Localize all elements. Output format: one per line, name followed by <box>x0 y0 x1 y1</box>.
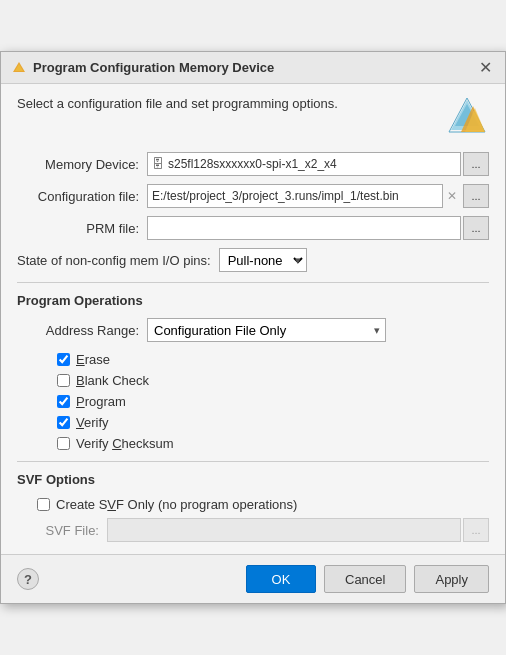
create-svf-checkbox-row: Create SVF Only (no program operations) <box>37 497 489 512</box>
erase-checkbox-row: Erase <box>57 352 489 367</box>
memory-device-label: Memory Device: <box>17 157 147 172</box>
program-operations-title: Program Operations <box>17 293 489 308</box>
verify-checksum-checkbox-row: Verify Checksum <box>57 436 489 451</box>
blank-check-checkbox[interactable] <box>57 374 70 387</box>
dialog-body: Select a configuration file and set prog… <box>1 84 505 554</box>
memory-device-browse-button[interactable]: ... <box>463 152 489 176</box>
config-file-input[interactable] <box>147 184 443 208</box>
program-checkbox-row: Program <box>57 394 489 409</box>
close-button[interactable]: ✕ <box>475 58 495 78</box>
state-select[interactable]: Pull-none Pull-up Pull-down <box>219 248 307 272</box>
prm-file-browse-button[interactable]: ... <box>463 216 489 240</box>
title-bar-left: Program Configuration Memory Device <box>11 60 274 76</box>
memory-device-input-group: 🗄 s25fl128sxxxxxx0-spi-x1_x2_x4 ... <box>147 152 489 176</box>
dialog-subtitle: Select a configuration file and set prog… <box>17 96 338 111</box>
create-svf-label[interactable]: Create SVF Only (no program operations) <box>56 497 297 512</box>
address-range-select[interactable]: Configuration File Only Entire Configura… <box>147 318 386 342</box>
program-operations-section: Program Operations Address Range: Config… <box>17 293 489 451</box>
program-label[interactable]: Program <box>76 394 126 409</box>
title-bar: Program Configuration Memory Device ✕ <box>1 52 505 84</box>
db-icon: 🗄 <box>152 157 164 171</box>
button-bar: ? OK Cancel Apply <box>1 554 505 603</box>
address-range-label: Address Range: <box>37 323 147 338</box>
verify-label[interactable]: Verify <box>76 415 109 430</box>
memory-device-value: s25fl128sxxxxxx0-spi-x1_x2_x4 <box>168 157 337 171</box>
svf-file-input <box>107 518 461 542</box>
svf-options-section: SVF Options Create SVF Only (no program … <box>17 472 489 542</box>
state-dropdown-wrapper: Pull-none Pull-up Pull-down <box>219 248 307 272</box>
prm-file-input[interactable] <box>147 216 461 240</box>
verify-checkbox[interactable] <box>57 416 70 429</box>
verify-checksum-checkbox[interactable] <box>57 437 70 450</box>
vivado-logo <box>445 96 489 140</box>
config-file-clear-button[interactable]: ✕ <box>443 184 461 208</box>
prm-file-input-group: ... <box>147 216 489 240</box>
svf-file-label: SVF File: <box>37 523 107 538</box>
state-label: State of non-config mem I/O pins: <box>17 253 219 268</box>
verify-checkbox-row: Verify <box>57 415 489 430</box>
program-checkbox[interactable] <box>57 395 70 408</box>
config-file-row: Configuration file: ✕ ... <box>17 184 489 208</box>
svf-options-title: SVF Options <box>17 472 489 487</box>
prm-file-row: PRM file: ... <box>17 216 489 240</box>
create-svf-checkbox[interactable] <box>37 498 50 511</box>
blank-check-label[interactable]: Blank Check <box>76 373 149 388</box>
blank-check-checkbox-row: Blank Check <box>57 373 489 388</box>
address-range-dropdown-wrapper: Configuration File Only Entire Configura… <box>147 318 386 342</box>
dialog-window: Program Configuration Memory Device ✕ Se… <box>0 51 506 604</box>
action-buttons: OK Cancel Apply <box>246 565 489 593</box>
header-area: Select a configuration file and set prog… <box>17 96 489 140</box>
cancel-button[interactable]: Cancel <box>324 565 406 593</box>
erase-checkbox[interactable] <box>57 353 70 366</box>
config-file-input-group: ✕ ... <box>147 184 489 208</box>
config-file-browse-button[interactable]: ... <box>463 184 489 208</box>
app-icon <box>11 60 27 76</box>
address-range-row: Address Range: Configuration File Only E… <box>37 318 489 342</box>
svf-file-row: SVF File: ... <box>37 518 489 542</box>
dialog-title: Program Configuration Memory Device <box>33 60 274 75</box>
verify-checksum-label[interactable]: Verify Checksum <box>76 436 174 451</box>
ok-button[interactable]: OK <box>246 565 316 593</box>
divider-1 <box>17 282 489 283</box>
memory-device-input-box: 🗄 s25fl128sxxxxxx0-spi-x1_x2_x4 <box>147 152 461 176</box>
divider-2 <box>17 461 489 462</box>
help-button[interactable]: ? <box>17 568 39 590</box>
config-file-label: Configuration file: <box>17 189 147 204</box>
state-row: State of non-config mem I/O pins: Pull-n… <box>17 248 489 272</box>
prm-file-label: PRM file: <box>17 221 147 236</box>
svf-file-browse-button: ... <box>463 518 489 542</box>
apply-button[interactable]: Apply <box>414 565 489 593</box>
erase-label[interactable]: Erase <box>76 352 110 367</box>
memory-device-row: Memory Device: 🗄 s25fl128sxxxxxx0-spi-x1… <box>17 152 489 176</box>
